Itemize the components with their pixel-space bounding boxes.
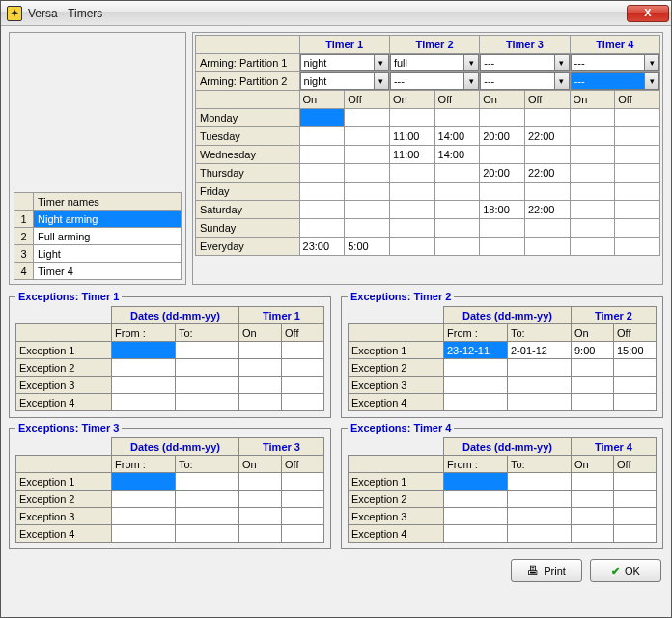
schedule-grid[interactable]: Timer 1Timer 2Timer 3Timer 4Arming: Part… (195, 35, 660, 256)
schedule-cell[interactable]: 20:00 (480, 127, 525, 146)
exception-on-cell[interactable] (572, 508, 614, 525)
exception-on-cell[interactable] (572, 359, 614, 377)
exception-off-cell[interactable] (282, 377, 324, 394)
exception-off-cell[interactable] (614, 377, 657, 394)
schedule-cell[interactable] (434, 238, 480, 256)
exceptions-grid[interactable]: Dates (dd-mm-yy) Timer 4 From : To: On O… (348, 437, 657, 543)
exception-off-cell[interactable] (614, 394, 657, 411)
exception-to-cell[interactable] (508, 525, 572, 543)
schedule-cell[interactable]: 22:00 (524, 127, 570, 146)
schedule-cell[interactable] (570, 164, 615, 183)
exception-off-cell[interactable] (282, 508, 324, 525)
exception-on-cell[interactable] (572, 394, 614, 411)
exception-from-cell[interactable] (444, 394, 508, 411)
schedule-cell[interactable]: 14:00 (434, 146, 480, 164)
exception-off-cell[interactable]: 15:00 (614, 342, 657, 359)
exception-to-cell[interactable] (508, 491, 572, 508)
timer-name-cell[interactable]: Timer 4 (34, 263, 182, 280)
exception-from-cell[interactable] (112, 525, 176, 543)
schedule-cell[interactable]: 22:00 (524, 201, 570, 219)
schedule-cell[interactable] (389, 183, 434, 201)
schedule-cell[interactable]: 23:00 (299, 238, 345, 256)
exception-off-cell[interactable] (614, 525, 657, 543)
exception-from-cell[interactable] (112, 377, 176, 394)
schedule-cell[interactable] (299, 164, 345, 183)
schedule-cell[interactable] (480, 219, 525, 238)
arming-dropdown[interactable]: --- ▾ (571, 72, 659, 90)
exception-off-cell[interactable] (614, 473, 657, 491)
arming-dropdown[interactable]: --- ▾ (390, 72, 479, 90)
exception-to-cell[interactable] (176, 508, 239, 525)
exception-on-cell[interactable] (572, 377, 614, 394)
exception-on-cell[interactable] (239, 525, 282, 543)
schedule-cell[interactable] (524, 109, 570, 127)
exception-to-cell[interactable] (508, 377, 572, 394)
timer-name-row[interactable]: 3 Light (14, 245, 182, 263)
exception-on-cell[interactable] (572, 473, 614, 491)
schedule-cell[interactable] (345, 219, 390, 238)
schedule-cell[interactable]: 11:00 (389, 146, 434, 164)
schedule-cell[interactable] (615, 146, 660, 164)
timer-name-cell[interactable]: Night arming (34, 211, 182, 228)
schedule-cell[interactable] (480, 238, 525, 256)
schedule-cell[interactable] (615, 183, 660, 201)
exception-on-cell[interactable] (239, 377, 282, 394)
print-button[interactable]: 🖶 Print (511, 559, 582, 582)
schedule-cell[interactable] (434, 109, 480, 127)
schedule-cell[interactable] (389, 238, 434, 256)
exception-to-cell[interactable] (176, 377, 239, 394)
arming-dropdown[interactable]: full ▾ (390, 54, 479, 71)
arming-dropdown[interactable]: night ▾ (300, 54, 389, 71)
exception-to-cell[interactable] (508, 473, 572, 491)
exception-on-cell[interactable]: 9:00 (572, 342, 614, 359)
schedule-cell[interactable] (615, 219, 660, 238)
schedule-cell[interactable] (434, 219, 480, 238)
schedule-cell[interactable] (345, 127, 390, 146)
exception-off-cell[interactable] (614, 491, 657, 508)
exception-to-cell[interactable]: 2-01-12 (508, 342, 572, 359)
schedule-cell[interactable] (299, 127, 345, 146)
exception-on-cell[interactable] (239, 473, 282, 491)
timer-name-row[interactable]: 2 Full arming (14, 228, 182, 245)
schedule-cell[interactable] (570, 201, 615, 219)
exceptions-grid[interactable]: Dates (dd-mm-yy) Timer 1 From : To: On O… (15, 306, 324, 411)
exception-from-cell[interactable] (112, 508, 176, 525)
schedule-cell[interactable]: 5:00 (345, 238, 390, 256)
chevron-down-icon[interactable]: ▾ (644, 55, 658, 70)
exception-off-cell[interactable] (282, 342, 324, 359)
schedule-cell[interactable] (299, 219, 345, 238)
exceptions-grid[interactable]: Dates (dd-mm-yy) Timer 2 From : To: On O… (348, 306, 657, 411)
arming-dropdown[interactable]: --- ▾ (571, 54, 659, 71)
exception-to-cell[interactable] (176, 342, 239, 359)
exception-off-cell[interactable] (282, 359, 324, 377)
exceptions-grid[interactable]: Dates (dd-mm-yy) Timer 3 From : To: On O… (15, 437, 324, 543)
schedule-cell[interactable] (615, 109, 660, 127)
exception-on-cell[interactable] (572, 491, 614, 508)
arming-dropdown[interactable]: --- ▾ (480, 72, 569, 90)
chevron-down-icon[interactable]: ▾ (554, 73, 569, 89)
chevron-down-icon[interactable]: ▾ (463, 73, 478, 89)
exception-to-cell[interactable] (176, 473, 239, 491)
exception-to-cell[interactable] (508, 359, 572, 377)
exception-to-cell[interactable] (176, 525, 239, 543)
schedule-cell[interactable] (480, 146, 525, 164)
arming-dropdown[interactable]: night ▾ (300, 72, 389, 90)
schedule-cell[interactable] (524, 219, 570, 238)
timer-name-cell[interactable]: Light (34, 245, 182, 263)
schedule-cell[interactable] (615, 164, 660, 183)
schedule-cell[interactable] (345, 164, 390, 183)
schedule-cell[interactable] (524, 238, 570, 256)
ok-button[interactable]: ✔ OK (590, 559, 661, 582)
chevron-down-icon[interactable]: ▾ (463, 55, 478, 70)
exception-from-cell[interactable] (444, 359, 508, 377)
schedule-cell[interactable] (434, 201, 480, 219)
exception-off-cell[interactable] (282, 394, 324, 411)
exception-from-cell[interactable] (444, 491, 508, 508)
arming-dropdown[interactable]: --- ▾ (480, 54, 569, 71)
chevron-down-icon[interactable]: ▾ (374, 55, 388, 70)
exception-from-cell[interactable] (112, 491, 176, 508)
schedule-cell[interactable] (345, 183, 390, 201)
exception-to-cell[interactable] (508, 508, 572, 525)
schedule-cell[interactable] (615, 127, 660, 146)
schedule-cell[interactable] (299, 183, 345, 201)
